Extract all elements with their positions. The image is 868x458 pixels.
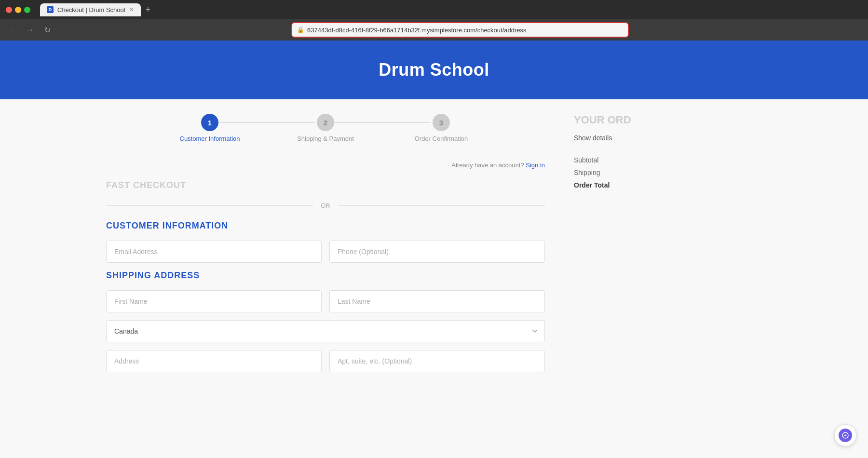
show-details-link[interactable]: Show details	[574, 134, 699, 142]
fast-checkout-section: FAST CHECKOUT	[106, 180, 545, 190]
step-1-label: Customer Information	[180, 135, 240, 142]
name-row	[106, 290, 545, 312]
url-text: 637443df-d8cd-416f-8f29-b66a1714b32f.mys…	[307, 27, 527, 34]
account-prompt: Already have an account?	[451, 162, 524, 169]
tab-bar: D Checkout | Drum School ✕ +	[40, 3, 153, 16]
shipping-row: Shipping	[574, 169, 699, 176]
main-area: 1 Customer Information 2 Shipping & Paym…	[96, 99, 772, 458]
your-order-title: YOUR ORD	[574, 114, 699, 126]
page-content: Drum School 1 Customer Information	[0, 40, 868, 458]
maximize-window-button[interactable]	[24, 7, 30, 13]
title-bar: D Checkout | Drum School ✕ +	[0, 0, 868, 19]
active-tab[interactable]: D Checkout | Drum School ✕	[40, 3, 141, 16]
order-sidebar: YOUR ORD Show details Subtotal Shipping …	[564, 99, 699, 458]
browser-frame: D Checkout | Drum School ✕ + ← → ↻ 🔒 637…	[0, 0, 868, 458]
lock-icon: 🔒	[297, 27, 304, 33]
sign-in-link[interactable]: Sign in	[526, 162, 545, 169]
email-field[interactable]	[106, 241, 322, 263]
step-2-circle: 2	[317, 114, 334, 131]
tab-favicon: D	[47, 6, 54, 13]
checkout-stepper: 1 Customer Information 2 Shipping & Paym…	[106, 114, 545, 142]
step-2-item: 2 Shipping & Payment	[268, 114, 383, 142]
subtotal-label: Subtotal	[574, 156, 598, 164]
new-tab-button[interactable]: +	[143, 5, 154, 15]
total-label: Order Total	[574, 181, 610, 189]
close-window-button[interactable]	[6, 7, 12, 13]
tab-close-button[interactable]: ✕	[129, 6, 134, 13]
total-row: Order Total	[574, 181, 699, 189]
address-line2-field[interactable]	[329, 350, 545, 372]
checkout-form-area: 1 Customer Information 2 Shipping & Paym…	[106, 99, 564, 458]
back-button[interactable]: ←	[6, 23, 19, 37]
order-totals: Subtotal Shipping Order Total	[574, 156, 699, 189]
customer-info-row	[106, 241, 545, 263]
last-name-field[interactable]	[329, 290, 545, 312]
tab-title: Checkout | Drum School	[57, 6, 125, 13]
store-title: Drum School	[379, 60, 489, 80]
forward-button[interactable]: →	[23, 23, 37, 37]
address-bar-wrapper: 🔒 637443df-d8cd-416f-8f29-b66a1714b32f.m…	[291, 22, 629, 38]
phone-field[interactable]	[329, 241, 545, 263]
first-name-field[interactable]	[106, 290, 322, 312]
chat-widget[interactable]	[834, 424, 856, 446]
customer-info-section: CUSTOMER INFORMATION	[106, 221, 545, 263]
shipping-address-heading: SHIPPING ADDRESS	[106, 270, 545, 281]
account-link-area: Already have an account? Sign in	[106, 162, 545, 169]
store-header: Drum School	[0, 40, 868, 99]
step-1-circle: 1	[201, 114, 218, 131]
step-3-circle: 3	[433, 114, 450, 131]
chat-icon	[839, 429, 852, 442]
country-row: Canada United States United Kingdom Aust…	[106, 320, 545, 342]
step-1-item: 1 Customer Information	[152, 114, 268, 142]
step-3-item: 3 Order Confirmation	[383, 114, 499, 142]
shipping-address-section: SHIPPING ADDRESS Canada United States Un…	[106, 270, 545, 372]
step-2-label: Shipping & Payment	[297, 135, 354, 142]
browser-toolbar: ← → ↻ 🔒 637443df-d8cd-416f-8f29-b66a1714…	[0, 19, 868, 40]
customer-info-heading: CUSTOMER INFORMATION	[106, 221, 545, 231]
minimize-window-button[interactable]	[15, 7, 21, 13]
shipping-label: Shipping	[574, 169, 600, 176]
traffic-lights	[6, 7, 30, 13]
step-3-label: Order Confirmation	[415, 135, 468, 142]
country-select[interactable]: Canada United States United Kingdom Aust…	[106, 320, 545, 342]
address-row	[106, 350, 545, 372]
address-line1-field[interactable]	[106, 350, 322, 372]
subtotal-row: Subtotal	[574, 156, 699, 164]
address-bar[interactable]: 🔒 637443df-d8cd-416f-8f29-b66a1714b32f.m…	[291, 22, 629, 38]
or-divider: OR	[106, 202, 545, 209]
fast-checkout-heading: FAST CHECKOUT	[106, 180, 545, 190]
refresh-button[interactable]: ↻	[41, 23, 54, 37]
